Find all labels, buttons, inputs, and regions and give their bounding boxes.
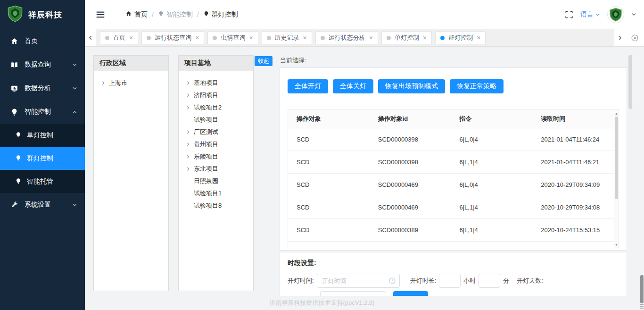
tree-item[interactable]: 试验项目2 [179,101,253,114]
sidebar-item-label: 首页 [25,37,77,45]
chart-icon [10,84,19,92]
sidebar-subitem-group-light-control[interactable]: 群灯控制 [0,147,85,170]
tab-group-light-control[interactable]: 群灯控制× [435,31,486,44]
region-panel: 行政区域 上海市 [93,55,169,291]
column-header: 操作对象 [288,110,370,128]
sidebar-item-data-query[interactable]: 数据查询 [0,53,85,76]
tab-pest-query[interactable]: 虫情查询× [207,31,258,44]
action-button-row: 全体开灯 全体关灯 恢复出场预制模式 恢复正常策略 [288,79,619,93]
column-header: 操作对象id [370,110,451,128]
sidebar-subitem-single-light-control[interactable]: 单灯控制 [0,124,85,147]
hamburger-menu-icon[interactable] [95,9,106,20]
restore-normal-strategy-button[interactable]: 恢复正常策略 [450,79,504,93]
fullscreen-icon[interactable] [565,10,573,19]
table-scrollbar[interactable]: ▲ ▼ [614,110,619,248]
sidebar-item-smart-control[interactable]: 智能控制 [0,100,85,124]
tab-label: 单灯控制 [395,34,419,42]
sidebar-item-system-settings[interactable]: 系统设置 [0,193,85,217]
sidebar-item-label: 数据分析 [25,84,66,92]
tab-run-status-analysis[interactable]: 运行状态分析× [315,31,378,44]
tab-label: 群灯控制 [448,34,473,42]
duration-minutes-input[interactable] [479,274,500,288]
sidebar-subitem-label: 单灯控制 [27,131,53,140]
tab-close-icon[interactable]: × [423,34,427,41]
tree-item-label: 试验项目8 [194,201,222,210]
breadcrumb-home[interactable]: 首页 [125,10,148,19]
tree-item[interactable]: 济阳项目 [179,89,253,101]
all-lights-on-button[interactable]: 全体开灯 [288,79,328,93]
collapse-panel-button[interactable]: 收起 [255,56,272,66]
table-row[interactable]: SCD SCD00000398 6|L,1|4 2021-01-04T11:46… [288,151,614,173]
table-row[interactable]: SCD SCD00000469 6|L,1|4 2020-10-29T09:34… [288,196,614,218]
content-scrollbar[interactable] [628,53,632,294]
tree-item[interactable]: 东北项目 [179,163,253,175]
tab-history[interactable]: 历史记录× [262,31,312,44]
breadcrumb-label: 智能控制 [166,10,193,19]
breadcrumb-smart-control[interactable]: 智能控制 [158,10,193,19]
tree-item[interactable]: 试验项目 [179,114,253,126]
tab-close-icon[interactable]: × [195,34,199,41]
region-tree: 上海市 [94,71,168,89]
window-scrollbar[interactable] [640,0,644,310]
hours-unit-label: 小时 [463,276,476,285]
tab-close-icon[interactable]: × [129,34,133,41]
group-control-panel: 全体开灯 全体关灯 恢复出场预制模式 恢复正常策略 操作对象 操作对象id 指令… [280,67,627,251]
tree-item[interactable]: 试验项目8 [179,200,253,212]
sidebar-subitem-smart-hosting[interactable]: 智能托管 [0,170,85,193]
chevron-down-icon [72,86,77,91]
on-time-input[interactable] [317,274,400,288]
tree-item[interactable]: 基地项目 [179,77,253,89]
tree-item[interactable]: 试验项目1 [179,187,253,200]
chevron-right-icon [186,142,190,147]
tree-item[interactable]: 厂区测试 [179,126,253,138]
table-scrollbar-thumb[interactable] [615,117,618,199]
tree-item-label: 厂区测试 [194,128,218,136]
command-history-table: 操作对象 操作对象id 指令 读取时间 SCD SCD00000398 6|L,… [288,109,619,248]
tab-run-status-query[interactable]: 运行状态查询× [141,31,204,44]
tab-scroll-left-button[interactable] [85,29,96,46]
duration-hours-input[interactable] [439,274,461,288]
all-lights-off-button[interactable]: 全体关灯 [333,79,373,93]
tab-label: 首页 [113,34,125,42]
tab-close-icon[interactable]: × [249,34,253,41]
scroll-down-arrow-icon[interactable]: ▼ [614,242,619,247]
tree-item-label: 试验项目2 [194,103,222,112]
window-scrollbar-thumb[interactable] [640,275,644,303]
table-row[interactable]: SCD SCD00000469 6|L,0|4 2020-10-29T09:34… [288,173,614,196]
header: 首页 / 智能控制 / 群灯控制 语言 [85,0,644,29]
scroll-up-arrow-icon[interactable]: ▲ [614,110,619,116]
partial-submit-button[interactable] [393,291,428,296]
tab-close-icon[interactable]: × [303,34,307,41]
tab-status-dot [267,36,271,40]
tree-item-shanghai[interactable]: 上海市 [94,77,168,89]
region-panel-title: 行政区域 [94,56,168,71]
tab-single-light-control[interactable]: 单灯控制× [381,31,432,44]
chevron-down-icon [72,62,77,67]
table-row[interactable]: SCD SCD00000398 6|L,0|4 2021-01-04T11:46… [288,128,614,151]
sidebar-item-data-analysis[interactable]: 数据分析 [0,76,85,100]
tree-item[interactable]: 乐陵项目 [179,151,253,163]
tab-close-icon[interactable]: × [477,34,480,41]
tree-item-label: 试验项目 [194,116,218,124]
table-row[interactable]: SCD SCD00000389 6|L,1|4 2020-10-24T15:53… [288,218,614,241]
tree-item[interactable]: 日照茶园 [179,175,253,187]
sidebar-item-home[interactable]: 首页 [0,29,85,53]
cell-target-id: SCD00000389 [370,218,451,241]
breadcrumb-group-light-control: 群灯控制 [203,10,238,19]
user-menu-chevron-down-icon[interactable] [631,12,636,17]
smart-control-submenu: 单灯控制 群灯控制 智能托管 [0,124,85,193]
content-scrollbar-thumb[interactable] [628,55,632,109]
tree-item[interactable]: 贵州项目 [179,138,253,151]
cell-target: SCD [288,196,370,218]
tab-close-icon[interactable]: × [369,34,373,41]
partial-time-input[interactable] [320,291,386,296]
tab-home[interactable]: 首页× [100,31,138,44]
chevron-right-icon [186,105,190,110]
language-selector[interactable]: 语言 [580,10,600,19]
restore-factory-preset-button[interactable]: 恢复出场预制模式 [378,79,445,93]
user-avatar[interactable] [607,6,624,23]
tab-scroll-right-button[interactable] [614,29,625,46]
time-settings-row: 开灯时间: 开灯时长: 小时 分 开灯天数: [288,274,619,288]
sidebar-item-label: 智能控制 [25,108,66,116]
minutes-unit-label: 分 [503,276,509,285]
